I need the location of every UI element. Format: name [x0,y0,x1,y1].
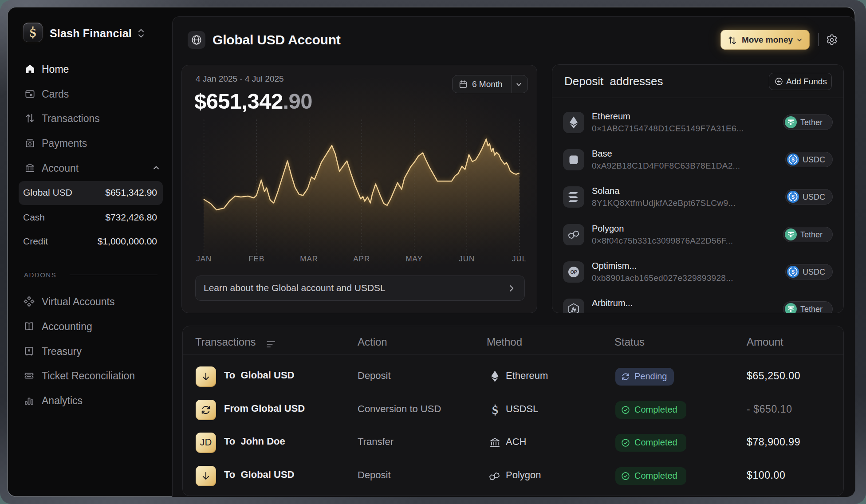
svg-text:APR: APR [353,255,370,263]
svg-text:MAY: MAY [405,255,423,263]
svg-text:FEB: FEB [248,255,264,263]
svg-text:JAN: JAN [196,255,212,263]
svg-text:JUL: JUL [512,255,527,263]
svg-text:OP: OP [570,269,577,275]
svg-text:MAR: MAR [300,255,318,263]
svg-text:JUN: JUN [459,255,475,263]
